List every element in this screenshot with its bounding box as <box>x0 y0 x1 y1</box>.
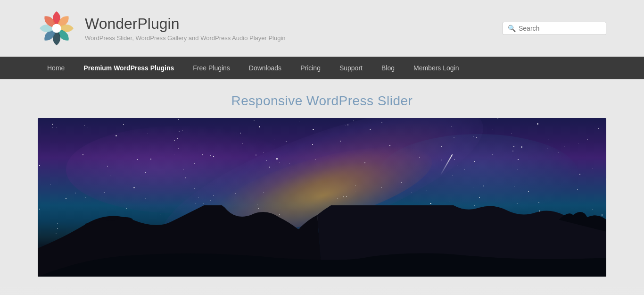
star-dot <box>161 123 161 123</box>
star-dot <box>598 128 599 129</box>
star-dot <box>564 146 564 147</box>
star-dot <box>178 119 179 120</box>
star-dot <box>240 133 241 134</box>
star-dot <box>185 177 186 178</box>
star-dot <box>103 142 103 143</box>
star-dot <box>381 187 382 188</box>
nav-item-blog: Blog <box>372 57 404 79</box>
star-dot <box>235 193 236 194</box>
star-dot <box>256 154 256 155</box>
nav-link-home[interactable]: Home <box>38 57 74 79</box>
star-dot <box>110 175 110 176</box>
nav-link-blog[interactable]: Blog <box>372 57 404 79</box>
star-dot <box>512 151 513 152</box>
star-dot <box>264 192 264 193</box>
star-dot <box>312 144 313 145</box>
star-dot <box>299 121 300 121</box>
star-dot <box>566 170 566 171</box>
nav-link-members[interactable]: Members Login <box>404 57 469 79</box>
star-dot <box>52 124 53 125</box>
star-dot <box>419 198 420 198</box>
star-dot <box>451 126 452 126</box>
star-dot <box>578 143 579 143</box>
nav-link-pricing[interactable]: Pricing <box>291 57 330 79</box>
search-icon: 🔍 <box>508 25 516 32</box>
hero-slider[interactable] <box>38 118 606 277</box>
star-dot <box>584 174 584 174</box>
star-dot <box>179 131 180 132</box>
star-dot <box>85 197 86 198</box>
star-dot <box>133 187 134 188</box>
star-dot <box>558 152 559 152</box>
site-title: WonderPlugin <box>85 15 286 33</box>
star-dot <box>347 124 348 125</box>
nav-link-support[interactable]: Support <box>330 57 372 79</box>
nav-item-support: Support <box>330 57 372 79</box>
slider-image <box>38 118 606 277</box>
nav-link-premium[interactable]: Premium WordPress Plugins <box>74 57 183 79</box>
star-dot <box>213 195 214 196</box>
star-dot <box>145 198 146 199</box>
star-dot <box>252 123 252 123</box>
header-left: WonderPlugin WordPress Slider, WordPress… <box>38 9 286 47</box>
star-dot <box>473 136 474 136</box>
star-dot <box>474 161 475 162</box>
star-dot <box>107 166 108 167</box>
star-dot <box>269 167 270 168</box>
star-dot <box>593 169 594 169</box>
search-box[interactable]: 🔍 <box>503 22 606 35</box>
star-dot <box>370 164 371 164</box>
star-dot <box>548 139 548 140</box>
main-content: Responsive WordPress Slider <box>0 79 644 277</box>
star-dot <box>537 123 538 124</box>
slider-section-title: Responsive WordPress Slider <box>38 93 606 109</box>
star-dot <box>83 154 83 155</box>
star-dot <box>381 122 382 123</box>
star-dot <box>483 182 483 182</box>
star-dot <box>210 200 211 201</box>
search-input[interactable] <box>519 25 601 32</box>
nav-item-pricing: Pricing <box>291 57 330 79</box>
star-dot <box>454 137 454 138</box>
star-dot <box>521 146 522 147</box>
star-dot <box>174 154 175 154</box>
star-dot <box>514 186 514 187</box>
star-dot <box>353 120 354 121</box>
star-dot <box>195 203 196 203</box>
star-dot <box>370 129 371 130</box>
star-dot <box>145 172 146 173</box>
star-dot <box>492 154 493 155</box>
star-dot <box>449 201 449 202</box>
star-dot <box>355 185 356 186</box>
star-dot <box>383 192 383 192</box>
star-dot <box>476 137 477 138</box>
star-dot <box>67 147 68 147</box>
star-dot <box>346 125 346 126</box>
star-dot <box>88 127 88 128</box>
star-dot <box>313 129 314 130</box>
star-dot <box>338 198 339 199</box>
star-dot <box>364 162 365 163</box>
star-dot <box>182 130 183 131</box>
site-logo[interactable] <box>38 9 75 47</box>
star-dot <box>274 140 275 140</box>
star-dot <box>254 120 255 121</box>
star-dot <box>242 143 243 143</box>
star-dot <box>517 203 517 203</box>
star-dot <box>492 129 493 129</box>
star-dot <box>52 127 53 128</box>
star-dot <box>464 169 465 169</box>
nav-link-downloads[interactable]: Downloads <box>239 57 291 79</box>
star-dot <box>512 133 512 134</box>
main-nav: Home Premium WordPress Plugins Free Plug… <box>0 57 644 79</box>
star-dot <box>453 175 453 176</box>
star-dot <box>198 197 198 198</box>
star-dot <box>177 138 178 139</box>
star-dot <box>87 191 87 191</box>
nav-item-downloads: Downloads <box>239 57 291 79</box>
star-dot <box>279 162 280 163</box>
star-dot <box>441 146 442 147</box>
nav-link-free[interactable]: Free Plugins <box>183 57 239 79</box>
star-dot <box>174 140 175 141</box>
nav-list: Home Premium WordPress Plugins Free Plug… <box>38 57 606 79</box>
